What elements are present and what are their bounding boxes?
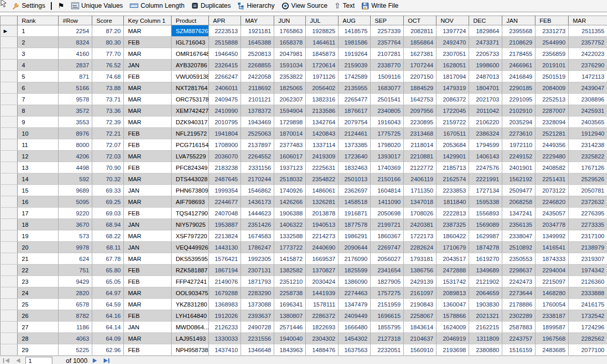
row-selector[interactable] xyxy=(1,128,18,139)
oct-cell[interactable]: 2097956 xyxy=(404,105,436,117)
jan-cell[interactable]: 2273610 xyxy=(502,128,535,139)
jun-cell[interactable]: 2353822 xyxy=(274,71,306,82)
may-cell[interactable]: 1373088 xyxy=(241,299,274,310)
key-column-cell[interactable]: FEB xyxy=(124,310,172,322)
jul-cell[interactable]: 1928825 xyxy=(306,25,338,37)
jun-cell[interactable]: 1696341 xyxy=(274,299,306,310)
apr-cell[interactable]: 1443130 xyxy=(209,242,241,253)
apr-cell[interactable]: 1330033 xyxy=(209,333,241,344)
feb-cell[interactable]: 2338187 xyxy=(535,310,569,322)
feb-cell[interactable]: 2544990 xyxy=(535,37,569,48)
oct-cell[interactable]: 2190843 xyxy=(404,299,436,310)
row-cell[interactable]: 2837 xyxy=(59,60,92,71)
product-cell[interactable]: VWU059138 xyxy=(172,71,209,82)
nov-cell[interactable]: 1860422 xyxy=(436,230,469,242)
product-cell[interactable]: XEM742427 xyxy=(172,105,209,117)
mar-cell[interactable]: 2357752 xyxy=(569,37,607,48)
sep-cell[interactable]: 1411090 xyxy=(371,196,404,208)
nov-cell[interactable]: 1624009 xyxy=(436,322,469,333)
mar-cell[interactable]: 2422023 xyxy=(569,48,607,60)
row-selector[interactable] xyxy=(1,60,18,71)
row-cell[interactable]: 9429 xyxy=(59,276,92,287)
mar-cell[interactable]: 2273335 xyxy=(569,219,607,230)
mar-cell[interactable]: 2050781 xyxy=(569,185,607,196)
jan-cell[interactable]: 2035294 xyxy=(502,117,535,128)
product-cell[interactable]: IGL716043 xyxy=(172,37,209,48)
product-cell[interactable]: MWD0864... xyxy=(172,322,209,333)
nov-cell[interactable]: 2193698 xyxy=(436,344,469,356)
mar-cell[interactable]: 1767126 xyxy=(569,162,607,173)
score-cell[interactable]: 72.07 xyxy=(92,139,124,151)
jan-cell[interactable]: 2350553 xyxy=(502,253,535,265)
aug-cell[interactable]: 2159039 xyxy=(338,60,371,71)
key-column-cell[interactable]: FEB xyxy=(124,37,172,48)
may-cell[interactable]: 2268855 xyxy=(241,60,274,71)
oct-cell[interactable]: 2313468 xyxy=(404,128,436,139)
may-cell[interactable]: 2307131 xyxy=(241,265,274,276)
rank-cell[interactable]: 26 xyxy=(18,310,59,322)
dec-cell[interactable]: 1727134 xyxy=(469,185,502,196)
jul-cell[interactable]: 2214273 xyxy=(306,230,338,242)
column-header-product[interactable]: Product xyxy=(172,16,209,25)
mar-cell[interactable]: 2282562 xyxy=(569,333,607,344)
jul-cell[interactable]: 2133586 xyxy=(306,105,338,117)
aug-cell[interactable]: 2176090 xyxy=(338,253,371,265)
apr-cell[interactable]: 2407048 xyxy=(209,208,241,219)
product-cell[interactable]: SZM887626 xyxy=(172,25,209,37)
jan-cell[interactable]: 1347241 xyxy=(502,208,535,219)
score-cell[interactable]: 72.03 xyxy=(92,151,124,162)
rank-cell[interactable]: 13 xyxy=(18,162,59,173)
mar-cell[interactable]: 1724296 xyxy=(569,322,607,333)
flag-button[interactable]: ⚑ xyxy=(56,2,66,10)
row-cell[interactable]: 8000 xyxy=(59,139,92,151)
feb-cell[interactable]: 2435057 xyxy=(535,208,569,219)
product-cell[interactable]: LVA755229 xyxy=(172,151,209,162)
sep-cell[interactable]: 1775725 xyxy=(371,128,404,139)
jan-cell[interactable]: 2291095 xyxy=(502,94,535,105)
column-header-jun[interactable]: JUN xyxy=(274,16,306,25)
rank-cell[interactable]: 15 xyxy=(18,185,59,196)
jun-cell[interactable]: 1870014 xyxy=(274,128,306,139)
aug-cell[interactable]: 1877578 xyxy=(338,219,371,230)
apr-cell[interactable]: 2406011 xyxy=(209,82,241,94)
rank-cell[interactable]: 17 xyxy=(18,208,59,219)
sep-cell[interactable]: 1683077 xyxy=(371,82,404,94)
aug-cell[interactable]: 2501013 xyxy=(338,173,371,185)
feb-cell[interactable]: 2328094 xyxy=(535,117,569,128)
jun-cell[interactable]: 1332588 xyxy=(274,230,306,242)
row-cell[interactable]: 573 xyxy=(59,230,92,242)
rank-cell[interactable]: 24 xyxy=(18,287,59,299)
may-cell[interactable]: 2283290 xyxy=(241,287,274,299)
row-selector[interactable] xyxy=(1,322,18,333)
apr-cell[interactable]: 2409475 xyxy=(209,94,241,105)
rank-cell[interactable]: 22 xyxy=(18,265,59,276)
row-cell[interactable]: 2254 xyxy=(59,25,92,37)
next-page-button[interactable] xyxy=(92,358,98,363)
jun-cell[interactable]: 1765863 xyxy=(274,25,306,37)
key-column-cell[interactable]: MAR xyxy=(124,287,172,299)
score-cell[interactable]: 74.68 xyxy=(92,71,124,82)
sep-cell[interactable]: 2232051 xyxy=(371,344,404,356)
product-cell[interactable]: OOL903475 xyxy=(172,287,209,299)
score-cell[interactable]: 70.90 xyxy=(92,162,124,173)
oct-cell[interactable]: 1708026 xyxy=(404,208,436,219)
dec-cell[interactable]: 1804701 xyxy=(469,82,502,94)
sep-cell[interactable]: 2127318 xyxy=(371,333,404,344)
row-selector[interactable] xyxy=(1,230,18,242)
page-number-input[interactable] xyxy=(25,357,52,364)
nov-cell[interactable]: 2387325 xyxy=(436,219,469,230)
jan-cell[interactable]: 2242473 xyxy=(502,276,535,287)
aug-cell[interactable]: 1418575 xyxy=(338,25,371,37)
jun-cell[interactable]: 1415872 xyxy=(274,253,306,265)
rank-cell[interactable]: 3 xyxy=(18,48,59,60)
apr-cell[interactable]: 1576421 xyxy=(209,253,241,265)
apr-cell[interactable]: 2126233 xyxy=(209,322,241,333)
sep-cell[interactable]: 2257339 xyxy=(371,25,404,37)
nov-cell[interactable]: 1722045 xyxy=(436,105,469,117)
score-cell[interactable]: 67.78 xyxy=(92,253,124,265)
dec-cell[interactable]: 1629987 xyxy=(469,230,502,242)
feb-cell[interactable]: 2501519 xyxy=(535,71,569,82)
feb-cell[interactable]: 2356859 xyxy=(535,48,569,60)
aug-cell[interactable]: 1981586 xyxy=(338,37,371,48)
dec-cell[interactable]: 1556893 xyxy=(469,208,502,219)
